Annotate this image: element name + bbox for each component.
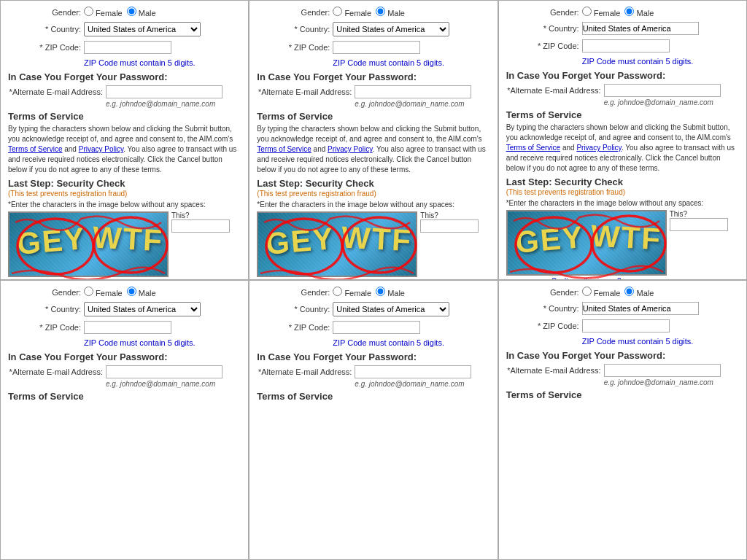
privacy-link-r[interactable]: Privacy Policy [576, 144, 622, 152]
alt-email-row: *Alternate E-mail Address: [8, 85, 241, 98]
captcha-container: GEY WTF Can't see this image? This? [8, 211, 241, 280]
gender-female-radio-bc[interactable] [333, 287, 342, 296]
gender-female-radio-br[interactable] [582, 287, 592, 296]
gender-male-radio-r[interactable] [624, 7, 634, 16]
gender-row: Gender: Female Male [8, 7, 241, 18]
gender-male-label-br[interactable]: Male [624, 287, 654, 298]
gender-label-br: Gender: [506, 288, 579, 297]
security-subtitle-c: (This test prevents registration fraud) [257, 190, 489, 198]
security-subtitle-r: (This test prevents registration fraud) [506, 188, 739, 196]
tos-link[interactable]: Terms of Service [8, 145, 62, 153]
country-row-bc: * Country: United States of America Cana… [257, 302, 489, 316]
gender-label-r: Gender: [506, 8, 579, 17]
country-select-bc[interactable]: United States of America Canada [333, 302, 449, 316]
alt-email-input[interactable] [106, 85, 222, 98]
gender-male-label-c[interactable]: Male [376, 7, 405, 18]
zip-hint: ZIP Code must contain 5 digits. [84, 58, 241, 67]
panel-top-left: Gender: Female Male * Country: United St… [0, 0, 249, 280]
alt-email-input-br[interactable] [604, 364, 721, 377]
gender-female-label-br[interactable]: Female [582, 287, 621, 298]
gender-male-label-bl[interactable]: Male [127, 287, 156, 298]
gender-male-radio[interactable] [127, 7, 136, 16]
zip-input-bl[interactable] [84, 321, 171, 334]
gender-female-radio-c[interactable] [333, 7, 342, 16]
gender-male-radio-c[interactable] [376, 7, 385, 16]
captcha-container-r: GEY WTF Can't see this image? This? [506, 210, 739, 280]
gender-female-label-bc[interactable]: Female [333, 287, 371, 298]
zip-input-br[interactable] [582, 319, 670, 332]
panel-top-center: Gender: Female Male * Country: United St… [249, 0, 498, 280]
tos-link-r[interactable]: Terms of Service [506, 144, 560, 152]
gender-male-radio-br[interactable] [624, 287, 634, 296]
tos-title-bc: Terms of Service [257, 391, 489, 402]
alt-email-input-r[interactable] [604, 84, 721, 97]
zip-label-bc: * ZIP Code: [257, 323, 330, 332]
captcha-input-area-r: This? [670, 210, 728, 233]
country-select[interactable]: United States of America Canada [84, 22, 201, 36]
alt-email-input-bl[interactable] [106, 365, 222, 378]
gender-female-label[interactable]: Female [84, 7, 123, 18]
this-label-r: This? [670, 210, 728, 218]
gender-female-label-r[interactable]: Female [582, 7, 621, 18]
country-row-c: * Country: United States of America Cana… [257, 22, 489, 36]
gender-row-br: Gender: Female Male [506, 287, 739, 298]
gender-male-radio-bc[interactable] [376, 287, 385, 296]
country-input-r[interactable] [582, 22, 699, 35]
security-label-r: *Enter the characters in the image below… [506, 199, 739, 207]
zip-row-r: * ZIP Code: [506, 39, 739, 52]
gender-male-label-bc[interactable]: Male [376, 287, 405, 298]
country-row: * Country: United States of America Cana… [8, 22, 241, 36]
captcha-image-c: GEY WTF [257, 211, 417, 277]
captcha-text-wtf: WTF [92, 219, 164, 258]
tos-text-r: By typing the characters shown below and… [506, 122, 739, 174]
country-label-bl: * Country: [8, 305, 81, 314]
country-label-bc: * Country: [257, 305, 330, 314]
captcha-image: GEY WTF [8, 211, 169, 277]
gender-female-radio-bl[interactable] [84, 287, 93, 296]
gender-label-bl: Gender: [8, 288, 81, 297]
alt-email-label-bl: *Alternate E-mail Address: [8, 368, 103, 376]
zip-hint-br: ZIP Code must contain 5 digits. [582, 337, 739, 346]
alt-email-input-c[interactable] [355, 85, 471, 98]
gender-male-label-r[interactable]: Male [624, 7, 654, 18]
password-section-title: In Case You Forget Your Password: [8, 71, 241, 82]
captcha-input-area-c: This? [420, 211, 479, 234]
email-hint-bl: e.g. johndoe@domain_name.com [106, 380, 241, 388]
security-title: Last Step: Security Check [8, 178, 241, 189]
captcha-input-r[interactable] [670, 218, 728, 231]
zip-input-r[interactable] [582, 39, 670, 52]
alt-email-row-r: *Alternate E-mail Address: [506, 84, 739, 97]
tos-link-c[interactable]: Terms of Service [257, 145, 311, 153]
zip-input-c[interactable] [333, 41, 420, 54]
gender-row-r: Gender: Female Male [506, 7, 739, 18]
zip-row: * ZIP Code: [8, 41, 241, 54]
country-select-c[interactable]: United States of America Canada [333, 22, 449, 36]
captcha-input[interactable] [171, 219, 230, 233]
captcha-image-r: GEY WTF [506, 210, 667, 276]
gender-row-bl: Gender: Female Male [8, 287, 241, 298]
zip-hint-c: ZIP Code must contain 5 digits. [333, 58, 489, 67]
country-input-br[interactable] [582, 302, 699, 315]
alt-email-label: *Alternate E-mail Address: [8, 88, 103, 96]
gender-female-radio-r[interactable] [582, 7, 592, 16]
captcha-input-c[interactable] [420, 219, 479, 233]
gender-male-label[interactable]: Male [127, 7, 156, 18]
tos-title-bl: Terms of Service [8, 391, 241, 402]
tos-text-c: By typing the characters shown below and… [257, 124, 489, 175]
gender-male-radio-bl[interactable] [127, 287, 136, 296]
gender-options-r: Female Male [582, 7, 654, 18]
privacy-link[interactable]: Privacy Policy [79, 145, 124, 153]
gender-female-label-bl[interactable]: Female [84, 287, 123, 298]
gender-female-label-c[interactable]: Female [333, 7, 371, 18]
zip-input-bc[interactable] [333, 321, 420, 334]
zip-input[interactable] [84, 41, 171, 54]
privacy-link-c[interactable]: Privacy Policy [328, 145, 373, 153]
security-label-c: *Enter the characters in the image below… [257, 201, 489, 209]
country-select-bl[interactable]: United States of America Canada [84, 302, 201, 316]
email-hint-br: e.g. johndoe@domain_name.com [604, 378, 739, 386]
tos-text: By typing the characters shown below and… [8, 124, 241, 175]
gender-female-radio[interactable] [84, 7, 93, 16]
country-label: * Country: [8, 25, 81, 34]
password-section-title-bl: In Case You Forget Your Password: [8, 351, 241, 362]
alt-email-input-bc[interactable] [355, 365, 471, 378]
